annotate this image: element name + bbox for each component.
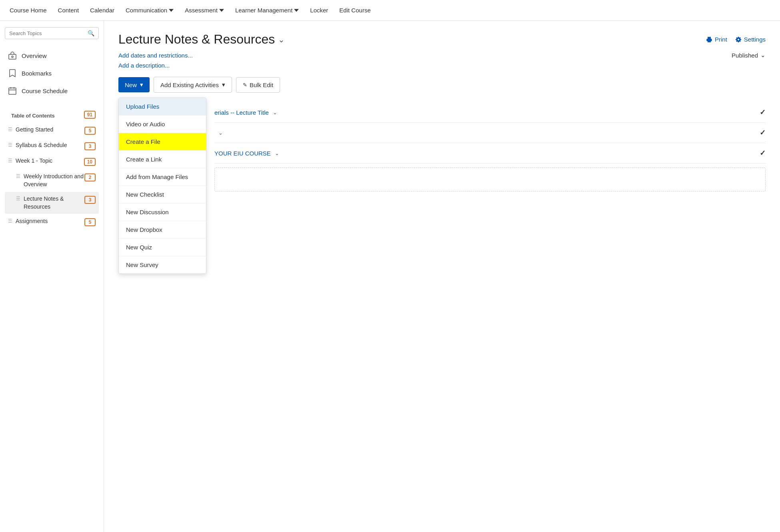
nav-course-home[interactable]: Course Home: [10, 7, 47, 14]
content-item-title-3[interactable]: YOUR EIU COURSE: [214, 150, 271, 157]
nav-locker[interactable]: Locker: [310, 7, 328, 14]
toc-badge: 3: [84, 196, 96, 204]
add-dates-link[interactable]: Add dates and restrictions...: [118, 52, 193, 59]
main-layout: 🔍 Overview Bookmarks: [0, 21, 780, 532]
nav-communication[interactable]: Communication: [126, 7, 174, 14]
top-navigation: Course Home Content Calendar Communicati…: [0, 0, 780, 21]
search-input[interactable]: [9, 30, 85, 36]
bulk-edit-pencil-icon: ✎: [243, 82, 247, 88]
nav-calendar[interactable]: Calendar: [90, 7, 114, 14]
content-list: erials -- Lecture Title ⌄ ✓ ⌄ ✓ YOUR EIU…: [118, 102, 766, 191]
dropdown-add-manage-files[interactable]: Add from Manage Files: [119, 168, 206, 186]
content-checkmark-2: ✓: [760, 128, 766, 137]
print-label: Print: [715, 36, 727, 43]
main-content: Lecture Notes & Resources ⌄ Print Settin…: [104, 21, 780, 532]
content-checkmark-3: ✓: [760, 149, 766, 157]
content-item-2: ⌄ ✓: [214, 123, 766, 143]
meta-row-dates: Add dates and restrictions... Published …: [118, 52, 766, 59]
toc-item-week1[interactable]: ☰ Week 1 - Topic 10: [5, 154, 99, 169]
nav-learner-management[interactable]: Learner Management: [235, 7, 299, 14]
drag-icon: ☰: [16, 173, 20, 179]
toc-label: Syllabus & Schedule: [16, 141, 67, 149]
published-chevron-icon: ⌄: [760, 52, 766, 59]
new-dropdown-menu: Upload Files Video or Audio Create a Fil…: [118, 98, 206, 274]
sidebar-item-bookmarks[interactable]: Bookmarks: [5, 65, 99, 82]
add-existing-button[interactable]: Add Existing Activities ▾: [154, 77, 232, 93]
svg-rect-2: [9, 88, 16, 94]
print-button[interactable]: Print: [706, 36, 727, 43]
toc-label: Getting Started: [16, 126, 53, 134]
toc-badge: 10: [84, 158, 96, 166]
toc-badge: 5: [84, 218, 96, 226]
dropdown-create-file[interactable]: Create a File: [119, 133, 206, 151]
published-label: Published: [732, 52, 758, 59]
content-chevron-icon-1[interactable]: ⌄: [273, 110, 277, 116]
toc-section-title: Table of Contents: [8, 107, 58, 121]
dropdown-upload-files[interactable]: Upload Files: [119, 98, 206, 116]
search-box[interactable]: 🔍: [5, 27, 99, 39]
svg-rect-0: [9, 54, 16, 59]
toc-item-syllabus[interactable]: ☰ Syllabus & Schedule 3: [5, 138, 99, 153]
content-drop-zone: [214, 167, 766, 191]
content-chevron-icon-3[interactable]: ⌄: [275, 150, 279, 156]
toolbar: New ▾ Add Existing Activities ▾ ✎ Bulk E…: [118, 77, 766, 93]
toc-item-assignments[interactable]: ☰ Assignments 5: [5, 214, 99, 229]
sidebar-item-course-schedule[interactable]: Course Schedule: [5, 82, 99, 99]
settings-label: Settings: [744, 36, 766, 43]
drag-icon: ☰: [8, 158, 12, 163]
bulk-edit-label: Bulk Edit: [250, 82, 273, 88]
drag-icon: ☰: [8, 142, 12, 148]
new-button[interactable]: New ▾: [118, 77, 150, 92]
new-button-label: New: [125, 82, 137, 88]
toc-badge: 2: [84, 173, 96, 181]
drag-icon: ☰: [16, 196, 20, 201]
content-checkmark-1: ✓: [760, 108, 766, 117]
dropdown-new-discussion[interactable]: New Discussion: [119, 203, 206, 221]
bulk-edit-button[interactable]: ✎ Bulk Edit: [236, 77, 280, 93]
toc-label: Lecture Notes & Resources: [24, 195, 84, 211]
toc-badge: 5: [84, 127, 96, 135]
meta-row-description: Add a description...: [118, 62, 766, 69]
search-icon: 🔍: [88, 30, 94, 36]
svg-point-1: [12, 56, 13, 58]
dropdown-video-audio[interactable]: Video or Audio: [119, 116, 206, 133]
page-header: Lecture Notes & Resources ⌄ Print Settin…: [118, 32, 766, 47]
content-item-title-1[interactable]: erials -- Lecture Title: [214, 109, 269, 116]
nav-content[interactable]: Content: [58, 7, 79, 14]
dropdown-new-survey[interactable]: New Survey: [119, 256, 206, 273]
drag-icon: ☰: [8, 127, 12, 132]
dropdown-new-quiz[interactable]: New Quiz: [119, 239, 206, 256]
sidebar: 🔍 Overview Bookmarks: [0, 21, 104, 532]
dropdown-new-dropbox[interactable]: New Dropbox: [119, 221, 206, 239]
toc-badge: 3: [84, 142, 96, 150]
toc-label: Weekly Introduction and Overview: [24, 173, 84, 188]
dropdown-new-checklist[interactable]: New Checklist: [119, 186, 206, 203]
toc-item-lecture-notes[interactable]: ☰ Lecture Notes & Resources 3: [5, 192, 99, 214]
page-title-group: Lecture Notes & Resources ⌄: [118, 32, 285, 47]
page-title: Lecture Notes & Resources: [118, 32, 275, 47]
content-chevron-icon-2[interactable]: ⌄: [218, 130, 223, 136]
toc-item-getting-started[interactable]: ☰ Getting Started 5: [5, 123, 99, 138]
toc-item-weekly-intro[interactable]: ☰ Weekly Introduction and Overview 2: [5, 169, 99, 191]
nav-edit-course[interactable]: Edit Course: [339, 7, 370, 14]
page-title-dropdown-icon[interactable]: ⌄: [278, 35, 285, 44]
bookmark-icon: [8, 69, 17, 78]
content-item-3: YOUR EIU COURSE ⌄ ✓: [214, 143, 766, 163]
published-status[interactable]: Published ⌄: [732, 52, 766, 59]
nav-assessment[interactable]: Assessment: [185, 7, 224, 14]
sidebar-bookmarks-label: Bookmarks: [22, 70, 52, 77]
sidebar-item-overview[interactable]: Overview: [5, 47, 99, 64]
add-description-link[interactable]: Add a description...: [118, 62, 170, 69]
overview-icon: [8, 51, 17, 60]
calendar-icon: [8, 86, 17, 95]
toc-label: Assignments: [16, 217, 48, 225]
toc-label: Week 1 - Topic: [16, 157, 52, 165]
drag-icon: ☰: [8, 218, 12, 224]
toc-total-badge: 91: [84, 111, 96, 119]
settings-button[interactable]: Settings: [735, 36, 766, 43]
add-existing-label: Add Existing Activities: [160, 82, 219, 88]
content-item-1: erials -- Lecture Title ⌄ ✓: [214, 102, 766, 123]
dropdown-create-link[interactable]: Create a Link: [119, 151, 206, 168]
new-button-chevron-icon: ▾: [140, 81, 143, 88]
sidebar-overview-label: Overview: [22, 52, 47, 59]
